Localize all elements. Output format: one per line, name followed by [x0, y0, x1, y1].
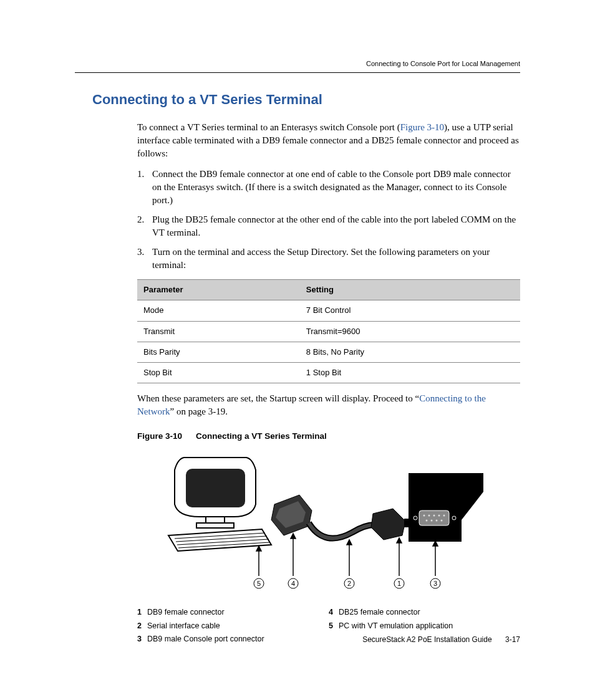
step-number: 1.	[137, 168, 152, 207]
cell-setting: 1 Stop Bit	[300, 362, 520, 383]
svg-text:2: 2	[347, 580, 351, 587]
svg-rect-2	[196, 523, 234, 528]
figure-number: Figure 3-10	[137, 431, 182, 441]
footer-page-number: 3-17	[505, 635, 520, 644]
legend-number: 4	[329, 607, 339, 618]
svg-point-16	[436, 520, 438, 522]
footer-doc-title: SecureStack A2 PoE Installation Guide	[362, 635, 491, 644]
legend-text: DB9 male Console port connector	[147, 635, 264, 643]
table-row: Stop Bit 1 Stop Bit	[137, 362, 520, 383]
step-list: 1. Connect the DB9 female connector at o…	[137, 168, 520, 272]
cell-parameter: Mode	[137, 300, 300, 321]
table-row: Transmit Transmit=9600	[137, 321, 520, 342]
cell-parameter: Transmit	[137, 321, 300, 342]
legend-text: PC with VT emulation application	[339, 621, 453, 630]
closing-text-post: ” on page 3-19.	[170, 406, 228, 416]
parameter-table: Parameter Setting Mode 7 Bit Control Tra…	[137, 279, 520, 383]
running-header: Connecting to Console Port for Local Man…	[75, 59, 520, 73]
cell-parameter: Stop Bit	[137, 362, 300, 383]
svg-rect-1	[206, 517, 225, 523]
cell-setting: 8 Bits, No Parity	[300, 342, 520, 362]
keyboard-icon	[168, 529, 271, 551]
column-header-setting: Setting	[300, 280, 520, 300]
svg-point-9	[423, 515, 425, 517]
svg-text:1: 1	[397, 580, 401, 587]
step-item: 3. Turn on the terminal and access the S…	[137, 246, 520, 272]
step-item: 2. Plug the DB25 female connector at the…	[137, 213, 520, 239]
svg-point-14	[426, 520, 428, 522]
legend-item: 2Serial interface cable	[137, 621, 329, 632]
step-text: Turn on the terminal and access the Setu…	[152, 246, 520, 272]
closing-text-pre: When these parameters are set, the Start…	[137, 393, 419, 403]
intro-paragraph: To connect a VT Series terminal to an En…	[137, 121, 520, 160]
legend-number: 1	[137, 607, 147, 618]
column-header-parameter: Parameter	[137, 280, 300, 300]
legend-text: DB25 female connector	[339, 608, 420, 616]
closing-paragraph: When these parameters are set, the Start…	[137, 392, 520, 418]
svg-text:3: 3	[433, 580, 437, 587]
svg-point-11	[433, 515, 435, 517]
callout-numbers: 5 4 2 1 3	[254, 578, 440, 588]
page-footer: SecureStack A2 PoE Installation Guide 3-…	[362, 635, 520, 645]
step-text: Plug the DB25 female connector at the ot…	[152, 213, 520, 239]
svg-text:5: 5	[257, 580, 261, 587]
svg-point-10	[428, 515, 430, 517]
step-number: 2.	[137, 213, 152, 239]
step-text: Connect the DB9 female connector at one …	[152, 168, 520, 207]
table-header-row: Parameter Setting	[137, 280, 520, 300]
legend-text: Serial interface cable	[147, 621, 220, 630]
svg-rect-8	[419, 511, 449, 525]
cell-parameter: Bits Parity	[137, 342, 300, 362]
figure-title: Connecting a VT Series Terminal	[196, 431, 327, 441]
legend-number: 2	[137, 621, 147, 632]
switch-panel-icon	[409, 473, 483, 542]
figure-caption: Figure 3-10Connecting a VT Series Termin…	[137, 431, 520, 443]
table-row: Mode 7 Bit Control	[137, 300, 520, 321]
legend-item: 4DB25 female connector	[329, 607, 520, 618]
step-number: 3.	[137, 246, 152, 272]
svg-point-15	[431, 520, 433, 522]
table-row: Bits Parity 8 Bits, No Parity	[137, 342, 520, 362]
figure-reference-link[interactable]: Figure 3-10	[400, 122, 444, 132]
svg-text:4: 4	[291, 580, 295, 587]
legend-text: DB9 female connector	[147, 608, 225, 616]
figure-illustration: 5 4 2 1 3	[137, 451, 520, 595]
svg-rect-0	[186, 469, 245, 507]
diagram-svg: 5 4 2 1 3	[137, 451, 524, 595]
db25-connector-icon	[271, 495, 312, 535]
legend-item: 1DB9 female connector	[137, 607, 329, 618]
step-item: 1. Connect the DB9 female connector at o…	[137, 168, 520, 207]
legend-number: 5	[329, 621, 339, 632]
intro-text-pre: To connect a VT Series terminal to an En…	[137, 122, 400, 132]
legend-item: 5PC with VT emulation application	[329, 621, 520, 632]
legend-number: 3	[137, 634, 147, 645]
cell-setting: Transmit=9600	[300, 321, 520, 342]
svg-point-12	[438, 515, 440, 517]
legend-column-left: 1DB9 female connector 2Serial interface …	[137, 607, 329, 648]
svg-point-13	[443, 515, 445, 517]
monitor-icon	[175, 458, 256, 528]
svg-point-17	[441, 520, 443, 522]
legend-item: 3DB9 male Console port connector	[137, 634, 329, 645]
cell-setting: 7 Bit Control	[300, 300, 520, 321]
section-heading: Connecting to a VT Series Terminal	[92, 90, 520, 110]
